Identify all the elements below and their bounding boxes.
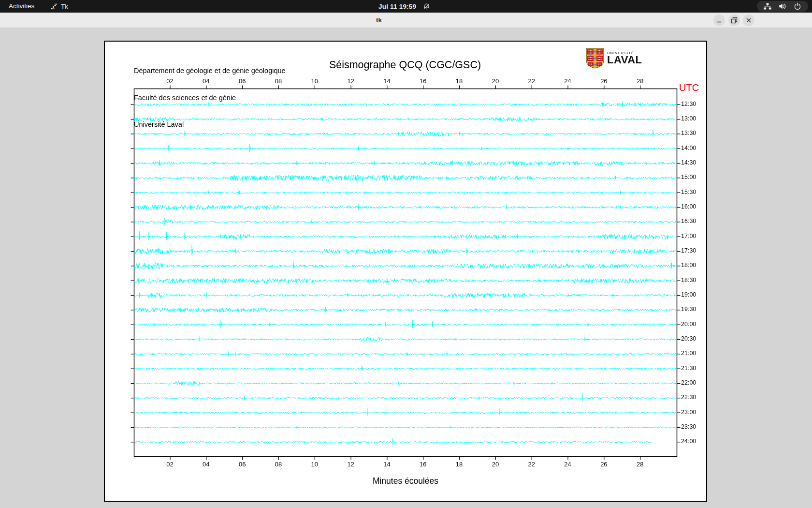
x-tick-label: 12 bbox=[343, 77, 359, 85]
utc-time-label: 17:00 bbox=[681, 233, 696, 239]
utc-time-label: 16:30 bbox=[681, 218, 696, 224]
x-tick-label: 14 bbox=[378, 461, 395, 468]
power-icon bbox=[794, 2, 801, 10]
utc-time-label: 16:00 bbox=[681, 203, 696, 210]
x-axis-title: Minutes écoulées bbox=[373, 476, 438, 486]
institution-header: Département de géologie et de génie géol… bbox=[134, 48, 286, 147]
x-tick-label: 08 bbox=[270, 461, 287, 468]
utc-time-label: 22:00 bbox=[681, 379, 696, 386]
gnome-top-bar: Activities Tk Jul 11 19:59 bbox=[0, 0, 812, 13]
x-tick-label: 18 bbox=[451, 77, 467, 85]
utc-time-label: 21:30 bbox=[681, 365, 696, 372]
x-tick-label: 10 bbox=[306, 461, 323, 468]
utc-time-label: 13:00 bbox=[681, 115, 696, 122]
utc-time-label: 23:00 bbox=[681, 409, 696, 416]
laval-logo: UNIVERSITÉ LAVAL bbox=[586, 48, 642, 71]
x-tick-label: 20 bbox=[487, 77, 504, 85]
x-tick-label: 08 bbox=[270, 77, 287, 85]
x-tick-label: 06 bbox=[234, 77, 250, 85]
x-tick-label: 24 bbox=[560, 77, 576, 85]
x-tick-label: 16 bbox=[415, 77, 431, 85]
x-tick-label: 06 bbox=[234, 461, 250, 468]
utc-time-label: 18:30 bbox=[681, 277, 696, 284]
minimize-button[interactable] bbox=[713, 15, 725, 26]
page-title: Séismographe QCQ (CGC/GSC) bbox=[329, 59, 481, 71]
utc-time-label: 24:00 bbox=[681, 438, 696, 445]
window-titlebar[interactable]: tk bbox=[0, 13, 812, 28]
laval-shield-icon bbox=[586, 48, 604, 71]
header-line: Université Laval bbox=[134, 120, 286, 129]
laval-wordmark: UNIVERSITÉ LAVAL bbox=[607, 48, 642, 71]
utc-time-label: 18:00 bbox=[681, 262, 696, 269]
x-tick-label: 20 bbox=[487, 461, 504, 468]
window-content: Département de géologie et de génie géol… bbox=[0, 28, 812, 508]
app-indicator-label: Tk bbox=[61, 3, 68, 10]
x-tick-label: 24 bbox=[560, 461, 576, 468]
window-title: tk bbox=[376, 13, 382, 28]
x-tick-label: 18 bbox=[451, 461, 467, 468]
utc-time-label: 19:30 bbox=[681, 306, 696, 313]
x-tick-label: 22 bbox=[523, 461, 540, 468]
utc-time-label: 23:30 bbox=[681, 423, 696, 430]
utc-time-label: 19:00 bbox=[681, 291, 696, 298]
utc-time-label: 13:30 bbox=[681, 130, 696, 136]
system-status-area[interactable] bbox=[757, 1, 808, 12]
header-line: Faculté des sciences et de génie bbox=[134, 93, 286, 103]
seismograph-frame: Département de géologie et de génie géol… bbox=[104, 41, 707, 502]
activities-button[interactable]: Activities bbox=[5, 0, 38, 13]
volume-icon bbox=[779, 2, 786, 10]
utc-time-label: 20:30 bbox=[681, 335, 696, 342]
clock[interactable]: Jul 11 19:59 bbox=[378, 3, 416, 10]
x-tick-label: 14 bbox=[378, 77, 395, 85]
tk-icon bbox=[50, 3, 58, 10]
utc-time-label: 22:30 bbox=[681, 394, 696, 401]
utc-time-label: 20:00 bbox=[681, 321, 696, 328]
close-button[interactable] bbox=[743, 15, 754, 26]
x-tick-label: 16 bbox=[415, 461, 431, 468]
x-tick-label: 22 bbox=[523, 77, 540, 85]
x-tick-label: 26 bbox=[595, 77, 612, 85]
x-tick-label: 02 bbox=[162, 77, 178, 85]
x-tick-label: 28 bbox=[632, 77, 648, 85]
utc-axis-label: UTC bbox=[679, 82, 699, 93]
laval-wordmark-large: LAVAL bbox=[607, 55, 642, 65]
x-tick-label: 12 bbox=[343, 461, 359, 468]
x-tick-label: 02 bbox=[162, 461, 178, 468]
x-tick-label: 28 bbox=[632, 461, 648, 468]
x-tick-label: 04 bbox=[198, 77, 214, 85]
x-tick-label: 10 bbox=[306, 77, 323, 85]
utc-time-label: 17:30 bbox=[681, 247, 696, 254]
x-tick-label: 04 bbox=[198, 461, 214, 468]
utc-time-label: 15:30 bbox=[681, 189, 696, 195]
utc-time-label: 14:00 bbox=[681, 145, 696, 151]
header-line: Département de géologie et de génie géol… bbox=[134, 66, 286, 75]
utc-time-label: 12:30 bbox=[681, 101, 696, 107]
maximize-button[interactable] bbox=[728, 15, 740, 26]
utc-time-label: 14:30 bbox=[681, 159, 696, 166]
x-tick-label: 26 bbox=[595, 461, 612, 468]
notifications-muted-icon bbox=[423, 3, 430, 10]
network-wired-icon bbox=[764, 2, 771, 10]
utc-time-label: 15:00 bbox=[681, 174, 696, 180]
utc-time-label: 21:00 bbox=[681, 350, 696, 357]
focused-app-indicator[interactable]: Tk bbox=[50, 0, 68, 13]
